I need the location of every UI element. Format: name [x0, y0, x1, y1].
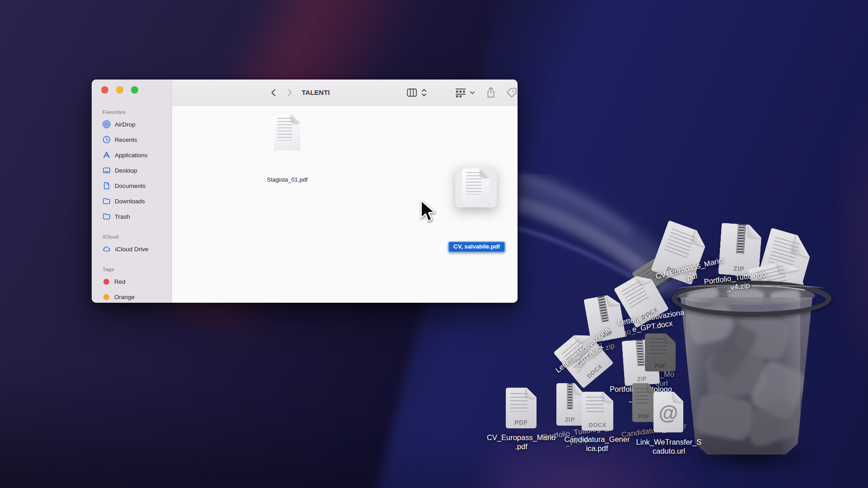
group-button[interactable]: [454, 80, 467, 105]
file-label: Candidatura_Gener ica.pdf: [560, 435, 634, 453]
sidebar-item-icloud-drive[interactable]: iCloud Drive: [92, 241, 172, 257]
sidebar-item-label: Recents: [115, 136, 137, 143]
pdf-document-icon: [274, 114, 300, 150]
pdf-document-icon: [462, 169, 490, 205]
sidebar-section-tags: Tags: [92, 265, 172, 274]
downloads-icon: [103, 197, 111, 205]
sidebar-item-tag-orange[interactable]: Orange: [92, 289, 172, 303]
sidebar-item-recents[interactable]: Recents: [92, 132, 172, 147]
orange-tag-dot: [103, 294, 109, 300]
sidebar-item-label: iCloud Drive: [115, 246, 149, 253]
columns-view-button[interactable]: [406, 80, 418, 105]
sidebar-item-label: Desktop: [115, 167, 137, 174]
window-title: TALENTI: [302, 80, 330, 105]
sidebar-item-label: Documents: [115, 183, 145, 189]
sidebar-section-icloud: iCloud: [92, 232, 172, 241]
recents-icon: [103, 136, 111, 144]
finder-window: TALENTI: [92, 80, 518, 303]
sidebar-item-label: Red: [114, 278, 126, 285]
sidebar-item-tag-red[interactable]: Red: [92, 274, 172, 289]
back-button[interactable]: [269, 80, 278, 105]
sidebar-item-desktop[interactable]: Desktop: [92, 163, 172, 178]
docx-file-icon: DOCX: [582, 392, 613, 431]
file-label: Link_WeTransfer_S caduto.url: [630, 437, 707, 455]
group-chevron-icon[interactable]: [470, 80, 475, 105]
tag-button[interactable]: [506, 80, 518, 105]
sidebar-item-trash[interactable]: Trash: [92, 209, 172, 224]
sidebar-item-label: AirDrop: [115, 121, 135, 128]
view-updown-chevron-icon[interactable]: [421, 80, 427, 105]
documents-icon: [103, 182, 111, 190]
applications-icon: [103, 151, 111, 159]
file-name-label: Stagista_01.pdf: [260, 176, 314, 183]
red-tag-dot: [103, 279, 109, 285]
sidebar-section-favorites: Favorites: [92, 108, 172, 117]
sidebar-item-label: Trash: [115, 213, 130, 220]
zip-file-icon: ZIP: [556, 383, 583, 426]
desktop: Portfolio_Tuttologo_ v4.zip era_Mo ourl …: [0, 0, 868, 488]
forward-button[interactable]: [285, 80, 294, 105]
share-button[interactable]: [486, 80, 496, 105]
airdrop-icon: [103, 120, 111, 128]
desktop-icon: [103, 166, 111, 174]
finder-sidebar: Favorites AirDrop Recents Applications D…: [92, 80, 172, 303]
cloud-icon: [103, 245, 111, 253]
sidebar-item-label: Downloads: [115, 198, 145, 205]
sidebar-item-label: Orange: [114, 294, 135, 300]
sidebar-item-documents[interactable]: Documents: [92, 178, 172, 193]
selected-file-name-label: CV, salvabile.pdf: [448, 241, 505, 253]
sidebar-item-label: Applications: [115, 152, 148, 159]
finder-content-area[interactable]: Stagista_01.pdf CV, salvabile.pdf: [172, 106, 518, 303]
pdf-file-icon: PDF: [506, 388, 537, 428]
sidebar-item-airdrop[interactable]: AirDrop: [92, 117, 172, 132]
url-file-icon: @: [653, 392, 683, 432]
trash-basket: [679, 297, 814, 455]
sidebar-item-downloads[interactable]: Downloads: [92, 193, 172, 209]
file-label: CV_Europass_Mario .pdf: [484, 433, 558, 451]
pdf-file-icon-shadowed: PDF: [632, 383, 656, 422]
sidebar-item-applications[interactable]: Applications: [92, 147, 172, 163]
finder-toolbar: TALENTI: [172, 80, 518, 106]
folder-icon: [103, 212, 111, 221]
mouse-cursor: [419, 200, 438, 224]
pdf-file-icon-shadowed: PDF: [645, 333, 676, 371]
wallpaper-dark-corner: [0, 371, 497, 488]
